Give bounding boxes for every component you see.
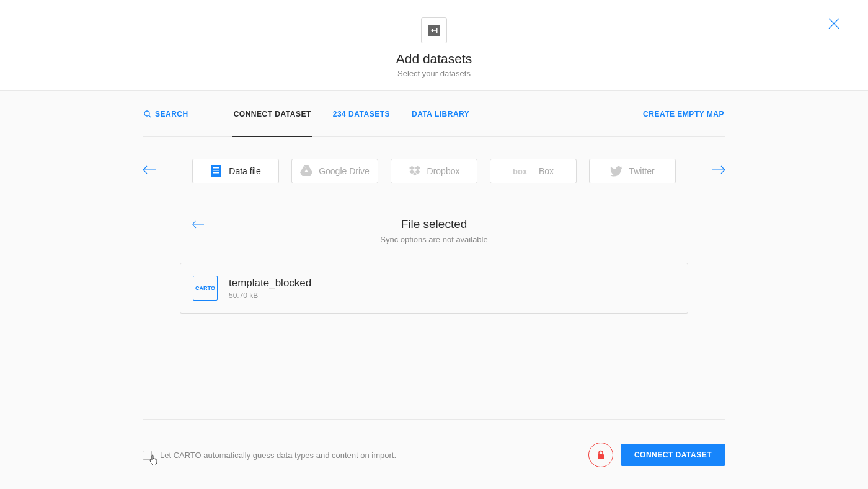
source-twitter-label: Twitter bbox=[629, 166, 654, 176]
sources-row: Data file Google Drive Dropbox box Box T… bbox=[143, 159, 725, 183]
arrow-left-icon bbox=[143, 165, 156, 175]
tab-datasets-count[interactable]: 234 DATASETS bbox=[332, 91, 391, 136]
privacy-lock-button[interactable] bbox=[588, 443, 613, 467]
source-data-file[interactable]: Data file bbox=[192, 159, 279, 183]
source-box-label: Box bbox=[539, 166, 554, 176]
svg-rect-4 bbox=[213, 167, 219, 169]
modal-title: Add datasets bbox=[0, 51, 868, 66]
modal-header: Add datasets Select your datasets bbox=[0, 0, 868, 91]
data-file-icon bbox=[210, 165, 223, 177]
tab-search[interactable]: SEARCH bbox=[143, 91, 190, 136]
file-size: 50.70 kB bbox=[229, 291, 311, 300]
file-card[interactable]: CARTO template_blocked 50.70 kB bbox=[180, 263, 688, 314]
tab-data-library[interactable]: DATA LIBRARY bbox=[410, 91, 471, 136]
close-icon bbox=[828, 17, 840, 30]
sources-prev[interactable] bbox=[143, 165, 156, 177]
svg-rect-5 bbox=[213, 170, 219, 171]
box-icon: box bbox=[513, 165, 533, 177]
source-data-file-label: Data file bbox=[229, 166, 260, 176]
connect-dataset-button[interactable]: CONNECT DATASET bbox=[621, 444, 725, 466]
guess-types-checkbox[interactable] bbox=[143, 451, 152, 460]
tab-counts-label: 234 DATASETS bbox=[333, 110, 390, 118]
tab-search-label: SEARCH bbox=[155, 110, 188, 118]
svg-rect-3 bbox=[211, 165, 221, 177]
tabs-row: SEARCH CONNECT DATASET 234 DATASETS DATA… bbox=[143, 91, 725, 137]
svg-text:box: box bbox=[513, 167, 528, 176]
svg-point-2 bbox=[144, 111, 149, 116]
source-box[interactable]: box Box bbox=[490, 159, 577, 183]
create-empty-map-link[interactable]: CREATE EMPTY MAP bbox=[642, 91, 725, 136]
modal-subtitle: Select your datasets bbox=[0, 69, 868, 78]
tab-connect-dataset[interactable]: CONNECT DATASET bbox=[232, 91, 312, 136]
dropbox-icon bbox=[409, 165, 421, 177]
google-drive-icon bbox=[300, 165, 312, 177]
file-name: template_blocked bbox=[229, 277, 311, 289]
source-twitter[interactable]: Twitter bbox=[589, 159, 676, 183]
file-section-title: File selected bbox=[143, 218, 725, 231]
file-back-button[interactable] bbox=[192, 220, 205, 231]
twitter-icon bbox=[610, 165, 622, 177]
tab-library-label: DATA LIBRARY bbox=[412, 110, 469, 118]
file-section-subtitle: Sync options are not available bbox=[143, 235, 725, 244]
source-dropbox[interactable]: Dropbox bbox=[391, 159, 477, 183]
add-dataset-icon bbox=[421, 17, 447, 43]
arrow-right-icon bbox=[712, 165, 725, 175]
source-google-drive-label: Google Drive bbox=[319, 166, 370, 176]
arrow-left-icon bbox=[192, 220, 205, 229]
guess-types-label: Let CARTO automatically guess data types… bbox=[160, 451, 396, 460]
footer: Let CARTO automatically guess data types… bbox=[143, 419, 725, 467]
search-icon bbox=[144, 110, 151, 118]
lock-icon bbox=[596, 450, 605, 460]
tab-connect-label: CONNECT DATASET bbox=[234, 110, 311, 118]
file-type-badge: CARTO bbox=[193, 276, 218, 301]
tab-divider bbox=[211, 106, 211, 122]
svg-rect-6 bbox=[213, 172, 219, 174]
sources-next[interactable] bbox=[712, 165, 725, 177]
svg-rect-1 bbox=[436, 28, 438, 33]
source-google-drive[interactable]: Google Drive bbox=[291, 159, 378, 183]
source-dropbox-label: Dropbox bbox=[427, 166, 460, 176]
file-section: File selected Sync options are not avail… bbox=[143, 218, 725, 244]
create-empty-map-label: CREATE EMPTY MAP bbox=[643, 110, 724, 118]
svg-rect-8 bbox=[598, 454, 604, 459]
close-button[interactable] bbox=[828, 17, 840, 30]
